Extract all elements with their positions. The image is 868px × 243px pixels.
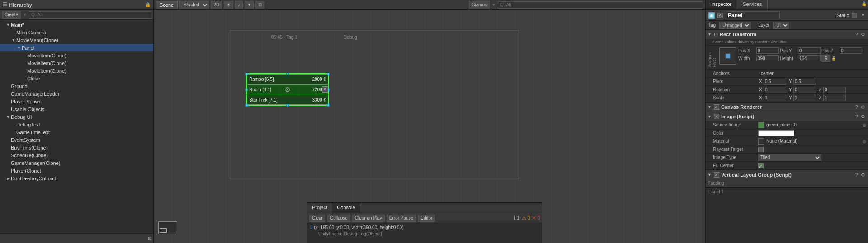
raycast-checkbox[interactable] bbox=[758, 147, 764, 152]
color-picker[interactable] bbox=[758, 130, 794, 136]
hierarchy-item-usableobjects[interactable]: Usable Objects bbox=[0, 105, 153, 113]
create-button[interactable]: Create bbox=[2, 11, 21, 19]
scene-tab[interactable]: Scene bbox=[156, 1, 178, 9]
pos-x-label: Pos X bbox=[738, 48, 755, 53]
static-arrow-icon[interactable]: ▼ bbox=[861, 13, 865, 18]
image-settings-icon[interactable]: ⚙ bbox=[860, 114, 866, 120]
layer-dropdown[interactable]: UI bbox=[773, 22, 789, 29]
canvas-renderer-header[interactable]: ▼ ✓ Canvas Renderer ? ⚙ bbox=[706, 103, 868, 112]
hierarchy-item-movieitem3[interactable]: MovieItem(Clone) bbox=[0, 67, 153, 75]
services-tab[interactable]: Services bbox=[737, 0, 768, 9]
lock-icon[interactable]: 🔒 bbox=[831, 56, 836, 61]
hierarchy-item-ground[interactable]: Ground bbox=[0, 82, 153, 90]
grid-button[interactable]: ⊞ bbox=[255, 1, 264, 9]
effects-button[interactable]: ✦ bbox=[245, 1, 254, 9]
hierarchy-item-movieitem1[interactable]: MovieItem(Clone) bbox=[0, 51, 153, 59]
static-checkbox[interactable] bbox=[852, 13, 857, 18]
vertical-layout-header[interactable]: ▼ ✓ Vertical Layout Group (Script) ? ⚙ bbox=[706, 170, 868, 179]
image-help-icon[interactable]: ? bbox=[854, 114, 859, 120]
image-enable[interactable]: ✓ bbox=[714, 114, 719, 119]
vl-help-icon[interactable]: ? bbox=[854, 172, 859, 178]
image-script-header[interactable]: ▼ ✓ Image (Script) ? ⚙ bbox=[706, 112, 868, 121]
pivot-x-input[interactable] bbox=[764, 79, 786, 85]
pos-y-input[interactable] bbox=[798, 47, 821, 54]
pos-x-input[interactable] bbox=[756, 47, 779, 54]
height-input[interactable] bbox=[798, 55, 821, 61]
scene-search[interactable] bbox=[498, 1, 703, 9]
material-select-icon[interactable]: ◎ bbox=[863, 139, 866, 144]
2d-button[interactable]: 2D bbox=[211, 1, 222, 9]
rect-help-icon[interactable]: ? bbox=[854, 32, 859, 37]
rotation-row: Rotation X Y Z bbox=[706, 86, 868, 94]
collapse-button[interactable]: Collapse bbox=[327, 215, 350, 222]
object-enable-checkbox[interactable]: ✓ bbox=[717, 13, 723, 18]
audio-button[interactable]: ♪ bbox=[235, 1, 243, 9]
item-label: GameManager(Clone) bbox=[11, 160, 60, 166]
hierarchy-item-close[interactable]: Close bbox=[0, 75, 153, 82]
lighting-button[interactable]: ☀ bbox=[224, 1, 233, 9]
rect-anchor-visual[interactable] bbox=[719, 47, 736, 65]
source-image-select-icon[interactable]: ◎ bbox=[863, 123, 866, 127]
vl-settings-icon[interactable]: ⚙ bbox=[860, 172, 866, 178]
section-icons: ? ⚙ bbox=[854, 114, 866, 120]
hierarchy-item-moviemenu[interactable]: ▼ MovieMenu(Clone) bbox=[0, 36, 153, 44]
scale-x-input[interactable] bbox=[764, 95, 786, 101]
movie-item-price: 3300 € bbox=[312, 98, 326, 103]
hierarchy-search[interactable] bbox=[29, 11, 151, 19]
rect-settings-icon[interactable]: ⚙ bbox=[860, 32, 866, 37]
hierarchy-item-main[interactable]: ▼ Main* bbox=[0, 21, 153, 28]
inspector-lock-icon[interactable]: 🔒 bbox=[860, 0, 868, 9]
inspector-tab[interactable]: Inspector bbox=[706, 0, 737, 9]
hierarchy-item-movieitem2[interactable]: MovieItem(Clone) bbox=[0, 59, 153, 67]
clear-button[interactable]: Clear bbox=[309, 215, 326, 222]
movie-item-startrek[interactable]: Star Trek [7.1] 3300 € bbox=[247, 95, 328, 105]
pos-z-input[interactable] bbox=[840, 47, 862, 54]
vertical-layout-enable[interactable]: ✓ bbox=[714, 172, 719, 178]
hierarchy-bottom-icon[interactable]: ⊞ bbox=[148, 236, 151, 241]
scale-y-input[interactable] bbox=[793, 95, 816, 101]
width-input[interactable] bbox=[756, 55, 779, 61]
color-label: Color bbox=[713, 131, 758, 136]
hierarchy-item-debugui[interactable]: ▼ Debug UI bbox=[0, 113, 153, 121]
close-btn-scene[interactable]: ✕ bbox=[322, 86, 328, 93]
hierarchy-item-playerspawn[interactable]: Player Spawn bbox=[0, 98, 153, 105]
hierarchy-item-eventsystem[interactable]: EventSystem bbox=[0, 136, 153, 144]
x-letter: X bbox=[759, 79, 763, 84]
object-name-field[interactable] bbox=[726, 11, 780, 19]
console-tab[interactable]: Console bbox=[332, 203, 360, 213]
hierarchy-item-panel[interactable]: ▼ Panel bbox=[0, 44, 153, 51]
scale-z-input[interactable] bbox=[823, 95, 846, 101]
project-tab[interactable]: Project bbox=[307, 203, 332, 213]
movie-item-room[interactable]: Room [8.1] ⚙ 7200 € ✕ bbox=[247, 84, 328, 94]
pivot-y-input[interactable] bbox=[793, 79, 816, 85]
rot-x-input[interactable] bbox=[764, 87, 786, 93]
hierarchy-item-debugtext[interactable]: DebugText bbox=[0, 121, 153, 128]
gizmos-button[interactable]: Gizmos bbox=[469, 1, 490, 9]
hierarchy-item-gametimetext[interactable]: GameTimeText bbox=[0, 128, 153, 136]
hierarchy-lock-icon[interactable]: 🔒 bbox=[145, 2, 151, 7]
hierarchy-item-dontdestroy[interactable]: ▶ DontDestroyOnLoad bbox=[0, 174, 153, 182]
fill-center-checkbox[interactable]: ✓ bbox=[758, 163, 764, 168]
error-pause-button[interactable]: Error Pause bbox=[387, 215, 416, 222]
canvas-renderer-enable[interactable]: ✓ bbox=[714, 104, 719, 110]
shading-dropdown[interactable]: Shaded bbox=[179, 1, 209, 9]
hierarchy-item-player[interactable]: Player(Clone) bbox=[0, 167, 153, 174]
rot-z-input[interactable] bbox=[823, 87, 846, 93]
hierarchy-item-buyfilms[interactable]: BuyFilms(Clone) bbox=[0, 144, 153, 151]
rot-y-input[interactable] bbox=[793, 87, 816, 93]
hierarchy-item-gamemanager[interactable]: GameManager(Clone) bbox=[0, 159, 153, 167]
hierarchy-item-schedule[interactable]: Schedule(Clone) bbox=[0, 151, 153, 159]
canvas-help-icon[interactable]: ? bbox=[854, 104, 859, 110]
hierarchy-item-gamemanagerloader[interactable]: GameManagerLoader bbox=[0, 90, 153, 98]
tag-dropdown[interactable]: Untagged bbox=[719, 22, 751, 29]
movie-item-rambo[interactable]: Rambo [6.5] 2800 € bbox=[247, 74, 328, 84]
canvas-settings-icon[interactable]: ⚙ bbox=[860, 104, 866, 110]
scale-label: Scale bbox=[713, 95, 758, 100]
rect-transform-header[interactable]: ▼ ⊡ Rect Transform ? ⚙ bbox=[706, 30, 868, 39]
image-type-dropdown[interactable]: Tiled bbox=[758, 154, 821, 161]
movie-panel[interactable]: Rambo [6.5] 2800 € Room [8.1] ⚙ 7200 € ✕… bbox=[246, 73, 329, 106]
r-button[interactable]: R bbox=[821, 55, 830, 62]
hierarchy-item-maincamera[interactable]: Main Camera bbox=[0, 28, 153, 36]
editor-button[interactable]: Editor bbox=[418, 215, 435, 222]
clear-on-play-button[interactable]: Clear on Play bbox=[352, 215, 385, 222]
